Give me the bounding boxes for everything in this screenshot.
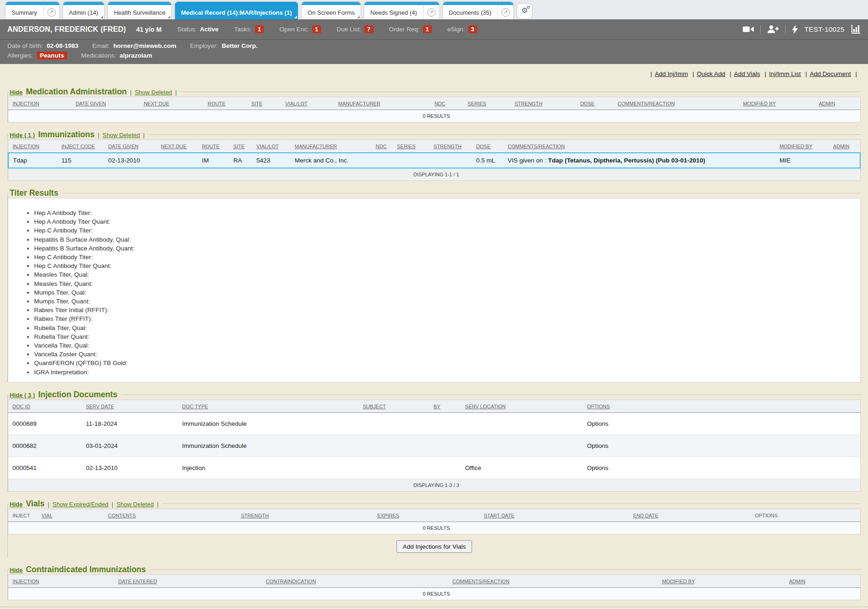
titer-item: Hepatitis B Surface Antibody, Quant: bbox=[34, 244, 860, 253]
column-header[interactable]: SERV DATE bbox=[83, 400, 179, 412]
video-camera-icon[interactable] bbox=[743, 26, 754, 33]
column-header[interactable]: COMMENTS/REACTION bbox=[505, 140, 776, 153]
document-row[interactable]: 0000682 03-01-2024 Immunization Schedule… bbox=[8, 435, 861, 457]
contraindicated-immunizations-table: INJECTION DATE ENTERED CONTRAINDICATION … bbox=[8, 574, 861, 600]
column-header[interactable]: MODIFIED BY bbox=[777, 140, 831, 153]
show-deleted-link[interactable]: Show Deleted bbox=[135, 89, 172, 96]
document-row[interactable]: 0000689 11-18-2024 Immunization Schedule… bbox=[8, 412, 861, 435]
column-header[interactable]: SERIES bbox=[394, 140, 431, 153]
column-header[interactable]: ROUTE bbox=[205, 97, 248, 110]
column-header[interactable]: DATE GIVEN bbox=[105, 140, 158, 153]
column-header[interactable]: DOSE bbox=[577, 97, 615, 110]
immunization-row-tdap[interactable]: Tdap 115 02-13-2010 IM RA 5423 Merck and… bbox=[8, 153, 860, 168]
tab-popout-button[interactable]: ↗ bbox=[423, 2, 439, 19]
open-enc-count-badge[interactable]: 1 bbox=[312, 25, 321, 33]
column-header[interactable]: ADMIN bbox=[830, 140, 860, 153]
add-user-icon[interactable] bbox=[767, 25, 779, 33]
column-header[interactable]: INJECTION bbox=[8, 574, 116, 587]
esign-count-badge[interactable]: 3 bbox=[468, 25, 477, 33]
add-inj-imm-link[interactable]: Add Inj/Imm bbox=[655, 70, 688, 77]
column-header[interactable]: EXPIRES bbox=[374, 509, 481, 522]
hide-link[interactable]: Hide bbox=[10, 567, 23, 574]
column-header[interactable]: VIAL/LOT bbox=[254, 140, 292, 153]
column-header[interactable]: STRENGTH bbox=[512, 97, 577, 110]
tab-summary[interactable]: Summary ↗ bbox=[6, 2, 59, 19]
document-row[interactable]: 0000541 02-13-2010 Injection Office Opti… bbox=[8, 457, 861, 479]
tab-settings-button[interactable]: ⚙ ⚙ bbox=[517, 4, 532, 18]
allergy-badge[interactable]: Peanuts bbox=[37, 52, 68, 59]
column-header[interactable]: ADMIN bbox=[786, 574, 860, 587]
column-header[interactable]: STRENGTH bbox=[238, 509, 374, 522]
hide-link[interactable]: Hide ( 1 ) bbox=[10, 132, 35, 139]
tab-medical-record-mar-injections[interactable]: Medical Record (14):MAR/Injections (1) bbox=[175, 2, 298, 19]
column-header[interactable]: NEXT DUE bbox=[141, 97, 205, 110]
add-injections-for-vials-button[interactable]: Add Injections for Vials bbox=[396, 540, 472, 553]
paging-row: DISPLAYING 1-3 / 3 bbox=[8, 479, 861, 491]
column-header[interactable]: STRENGTH bbox=[431, 140, 474, 153]
options-menu[interactable]: Options bbox=[587, 464, 609, 471]
tasks-count-badge[interactable]: 1 bbox=[255, 25, 264, 33]
column-header[interactable]: VIAL/LOT bbox=[282, 97, 335, 110]
column-header[interactable]: START DATE bbox=[481, 509, 630, 522]
tab-needs-signed[interactable]: Needs Signed (4) ↗ bbox=[364, 2, 439, 19]
column-header[interactable]: SITE bbox=[231, 140, 254, 153]
column-header[interactable]: VIAL bbox=[39, 509, 105, 522]
column-header[interactable]: CONTENTS bbox=[105, 509, 239, 522]
hide-link[interactable]: Hide ( 3 ) bbox=[10, 392, 35, 399]
order-req-count-badge[interactable]: 1 bbox=[423, 25, 431, 33]
separator: | bbox=[143, 132, 145, 139]
column-header[interactable]: NEXT DUE bbox=[158, 140, 199, 153]
tab-health-surveillance[interactable]: Health Surveillance bbox=[108, 2, 171, 19]
column-header[interactable]: INJECTION bbox=[8, 140, 58, 153]
column-header[interactable]: DOSE bbox=[473, 140, 505, 153]
inj-imm-list-link[interactable]: Inj/Imm List bbox=[769, 70, 801, 77]
quick-add-link[interactable]: Quick Add bbox=[697, 70, 725, 77]
options-menu[interactable]: Options bbox=[587, 442, 609, 449]
column-header[interactable]: MANUFACTURER bbox=[292, 140, 373, 153]
add-document-link[interactable]: Add Document bbox=[810, 70, 851, 77]
patient-age-sex: 41 y/o M bbox=[136, 26, 162, 33]
tab-popout-button[interactable]: ↗ bbox=[43, 2, 59, 19]
column-header[interactable]: COMMENTS/REACTION bbox=[449, 574, 659, 587]
column-header[interactable]: NDC bbox=[431, 97, 465, 110]
column-header[interactable]: CONTRAINDICATION bbox=[263, 574, 449, 587]
show-deleted-link[interactable]: Show Deleted bbox=[103, 132, 140, 139]
column-header[interactable]: SUBJECT bbox=[360, 400, 431, 412]
cell-options: Options bbox=[584, 435, 861, 457]
column-header[interactable]: SITE bbox=[248, 97, 282, 110]
lightning-bolt-icon[interactable] bbox=[792, 25, 798, 34]
hide-link[interactable]: Hide bbox=[10, 501, 23, 508]
titer-item: Varicella Titer, Qual: bbox=[34, 341, 860, 350]
column-header[interactable]: SERV LOCATION bbox=[462, 400, 584, 412]
column-header[interactable]: INJECT CODE bbox=[58, 140, 105, 153]
show-deleted-link[interactable]: Show Deleted bbox=[117, 501, 154, 508]
column-header[interactable]: MODIFIED BY bbox=[659, 574, 786, 587]
show-expired-ended-link[interactable]: Show Expired/Ended bbox=[52, 501, 108, 508]
column-header[interactable]: ADMIN bbox=[816, 97, 860, 110]
section-legend: Hide ( 1 ) Immunizations | Show Deleted … bbox=[9, 130, 148, 139]
column-header[interactable]: ROUTE bbox=[199, 140, 230, 153]
medications-value[interactable]: alprazolam bbox=[120, 52, 152, 59]
tab-documents[interactable]: Documents (35) ↗ bbox=[443, 2, 513, 19]
column-header[interactable]: OPTIONS bbox=[584, 400, 861, 412]
column-header[interactable]: MANUFACTURER bbox=[335, 97, 431, 110]
tab-popout-button[interactable]: ↗ bbox=[497, 2, 513, 19]
column-header[interactable]: SERIES bbox=[465, 97, 512, 110]
column-header[interactable]: DATE ENTERED bbox=[116, 574, 263, 587]
options-menu[interactable]: Options bbox=[587, 420, 609, 427]
due-list-count-badge[interactable]: 7 bbox=[364, 25, 373, 33]
tab-on-screen-forms[interactable]: On Screen Forms bbox=[302, 2, 361, 19]
hide-link[interactable]: Hide bbox=[10, 89, 23, 96]
column-header[interactable]: NDC bbox=[373, 140, 394, 153]
column-header[interactable]: MODIFIED BY bbox=[740, 97, 816, 110]
column-header[interactable]: DATE GIVEN bbox=[73, 97, 141, 110]
column-header[interactable]: COMMENTS/REACTION bbox=[615, 97, 740, 110]
add-vials-link[interactable]: Add Vials bbox=[734, 70, 760, 77]
column-header[interactable]: DOC TYPE bbox=[180, 400, 360, 412]
flowsheet-chart-icon[interactable] bbox=[851, 25, 861, 34]
column-header[interactable]: END DATE bbox=[630, 509, 752, 522]
column-header[interactable]: DOC ID bbox=[8, 400, 83, 412]
column-header[interactable]: INJECTION bbox=[8, 97, 73, 110]
column-header[interactable]: BY bbox=[431, 400, 462, 412]
tab-admin[interactable]: Admin (14) bbox=[63, 2, 105, 19]
